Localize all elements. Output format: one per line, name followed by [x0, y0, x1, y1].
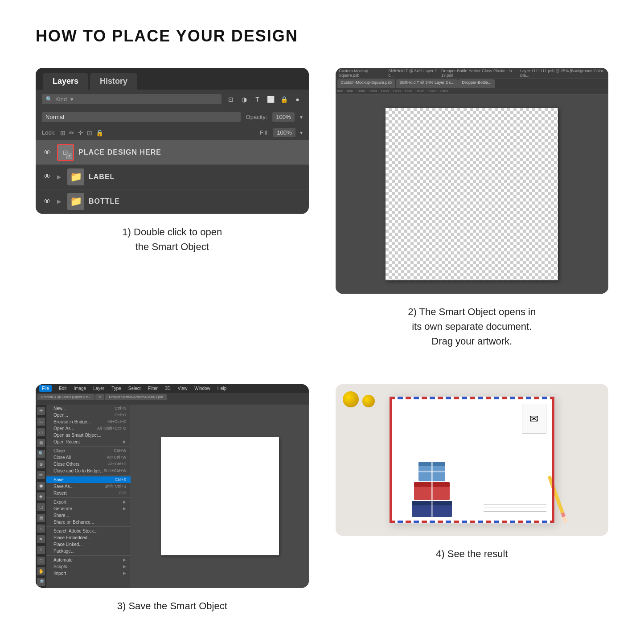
tool-hand[interactable]: ✋: [37, 567, 45, 575]
ps-doc-screenshot: Custom-Mockup-Square.psb ShiftHold T @ 3…: [336, 68, 609, 294]
menu-window[interactable]: Window: [194, 386, 210, 391]
ps-tab-3[interactable]: Dropper-Bottle...: [458, 79, 495, 88]
eye-icon-3[interactable]: 👁: [42, 196, 53, 207]
menu-new[interactable]: New... Ctrl+N: [46, 405, 131, 412]
menu-close-bridge[interactable]: Close and Go to Bridge... Shift+Ctrl+W: [46, 468, 131, 474]
menu-generate[interactable]: Generate ▶: [46, 505, 131, 512]
tool-eyedrop[interactable]: 🔍: [37, 450, 45, 458]
step1-caption: 1) Double click to openthe Smart Object: [122, 225, 222, 254]
menu-place-linked[interactable]: Place Linked...: [46, 541, 131, 548]
menu-open-smart[interactable]: Open as Smart Object...: [46, 432, 131, 439]
opacity-value[interactable]: 100%: [272, 112, 294, 122]
menu-view[interactable]: View: [178, 386, 188, 391]
menu-place-embedded-label: Place Embedded...: [53, 535, 91, 540]
menu-filter[interactable]: Filter: [148, 386, 158, 391]
tool-stamp[interactable]: ◉: [37, 482, 45, 490]
menu-close-others-shortcut: Alt+Ctrl+P: [108, 462, 126, 466]
menu-select[interactable]: Select: [128, 386, 141, 391]
menu-close[interactable]: Close Ctrl+W: [46, 447, 131, 454]
menu-open[interactable]: Open... Ctrl+O: [46, 412, 131, 418]
menu-search-stock[interactable]: Search Adobe Stock...: [46, 528, 131, 534]
tool-heal[interactable]: ⊕: [37, 460, 45, 468]
fill-arrow-icon[interactable]: ▾: [300, 130, 303, 136]
tab-layers[interactable]: Layers: [43, 73, 88, 90]
menu-close-others[interactable]: Close Others Alt+Ctrl+P: [46, 461, 131, 468]
menu-place-embedded[interactable]: Place Embedded...: [46, 534, 131, 541]
menu-close-all-label: Close All: [53, 455, 71, 460]
menu-export[interactable]: Export ▶: [46, 499, 131, 505]
tool-gradient[interactable]: ▤: [37, 514, 45, 522]
menu-import[interactable]: Import ▶: [46, 570, 131, 577]
menu-layer[interactable]: Layer: [93, 386, 104, 391]
menu-package-label: Package...: [53, 549, 74, 554]
tool-crop[interactable]: ⊠: [37, 439, 45, 447]
file-dropdown-menu: New... Ctrl+N Open... Ctrl+O Browse in B…: [46, 405, 131, 588]
menu-edit[interactable]: Edit: [59, 386, 66, 391]
save-tab-2[interactable]: ×: [95, 394, 105, 400]
tool-shape[interactable]: □: [37, 557, 45, 565]
tool-zoom[interactable]: 🔎: [37, 578, 45, 586]
menu-browse[interactable]: Browse in Bridge... Alt+Ctrl+O: [46, 418, 131, 425]
menu-save-as-shortcut: Shift+Ctrl+S: [105, 484, 127, 488]
ornament-balls: [342, 390, 376, 408]
opacity-arrow[interactable]: ▾: [300, 114, 303, 120]
menu-share-behance[interactable]: Share on Behance...: [46, 519, 131, 525]
adjust-icon[interactable]: ◑: [239, 94, 249, 104]
fill-value[interactable]: 100%: [273, 128, 295, 137]
menu-open-as[interactable]: Open As... Alt+Shift+Ctrl+O: [46, 425, 131, 432]
fill-label: Fill:: [260, 129, 269, 136]
tool-brush[interactable]: ✏: [37, 471, 45, 479]
layer-search-box[interactable]: 🔍 Kind ▾: [42, 94, 222, 104]
lock-brush-icon[interactable]: ✏: [69, 129, 74, 136]
smart-icon[interactable]: 🔒: [279, 94, 289, 104]
eye-icon-2[interactable]: 👁: [42, 172, 53, 182]
layer-row-place-design[interactable]: 👁 ⊡ ↗ PLACE DESIGN HERE: [36, 140, 309, 165]
layer-row-label[interactable]: 👁 ▶ 📁 LABEL: [36, 165, 309, 189]
menu-share[interactable]: Share...: [46, 512, 131, 519]
menu-help[interactable]: Help: [217, 386, 227, 391]
shape-icon[interactable]: ⬜: [266, 94, 276, 104]
menu-scripts[interactable]: Scripts ▶: [46, 563, 131, 570]
lock-artboard-icon[interactable]: ⊡: [87, 129, 92, 136]
tool-text[interactable]: T: [37, 546, 45, 554]
tool-select[interactable]: ▭: [37, 418, 45, 426]
menu-package[interactable]: Package...: [46, 548, 131, 554]
menu-save-as[interactable]: Save As... Shift+Ctrl+S: [46, 483, 131, 490]
menu-close-all[interactable]: Close All Alt+Ctrl+W: [46, 454, 131, 461]
menu-open-recent[interactable]: Open Recent ▶: [46, 439, 131, 445]
menu-automate[interactable]: Automate ▶: [46, 557, 131, 563]
lock-grid-icon[interactable]: ⊞: [60, 129, 66, 136]
tool-dodge[interactable]: ○: [37, 525, 45, 533]
lock-move-icon[interactable]: ✛: [78, 129, 83, 136]
save-tools-sidebar: ✛ ▭ ◌ ⊠ 🔍 ⊕ ✏ ◉ ◈ ◻ ▤ ○ ✒ T □ ✋ 🔎: [36, 405, 46, 588]
menu-3d[interactable]: 3D: [165, 386, 171, 391]
ps-tab-1[interactable]: Custom-Mockup-Square.psb: [337, 79, 396, 88]
tool-history[interactable]: ◈: [37, 492, 45, 500]
tool-pen[interactable]: ✒: [37, 535, 45, 543]
menu-browse-label: Browse in Bridge...: [53, 419, 91, 424]
menu-share-label: Share...: [53, 513, 69, 518]
layers-panel-screenshot: Layers History 🔍 Kind ▾ ⊡ ◑ T ⬜ 🔒 ●: [36, 68, 309, 214]
blend-mode-select[interactable]: Normal: [42, 112, 241, 122]
menu-revert[interactable]: Revert F12: [46, 490, 131, 496]
result-panel-screenshot: ✉: [336, 384, 609, 536]
menu-type[interactable]: Type: [111, 386, 121, 391]
menu-file[interactable]: File: [39, 385, 52, 392]
eye-icon-1[interactable]: 👁: [42, 147, 53, 158]
tab-history[interactable]: History: [90, 73, 137, 90]
pixel-icon[interactable]: ●: [293, 94, 303, 104]
layer-row-bottle[interactable]: 👁 ▶ 📁 BOTTLE: [36, 189, 309, 214]
postcard-scene: ✉: [336, 384, 609, 536]
menu-save[interactable]: Save Ctrl+S: [46, 476, 131, 483]
image-icon[interactable]: ⊡: [226, 94, 236, 104]
tool-eraser[interactable]: ◻: [37, 503, 45, 511]
text-icon[interactable]: T: [253, 94, 263, 104]
lock-padlock-icon[interactable]: 🔒: [96, 129, 103, 136]
ps-tab-2[interactable]: ShiftHold T @ 34% Layer 2 c...: [396, 79, 458, 88]
save-tab-1[interactable]: Untitled-1 @ 100% (Layer 2 c...: [37, 394, 94, 400]
ps-topbar: Custom-Mockup-Square.psb ShiftHold T @ 3…: [336, 68, 609, 78]
tool-move[interactable]: ✛: [37, 407, 45, 415]
tool-lasso[interactable]: ◌: [37, 428, 45, 436]
menu-image[interactable]: Image: [74, 386, 86, 391]
save-tab-3[interactable]: Dropper-Bottle-Amber-Glass-1.pat: [105, 394, 167, 400]
